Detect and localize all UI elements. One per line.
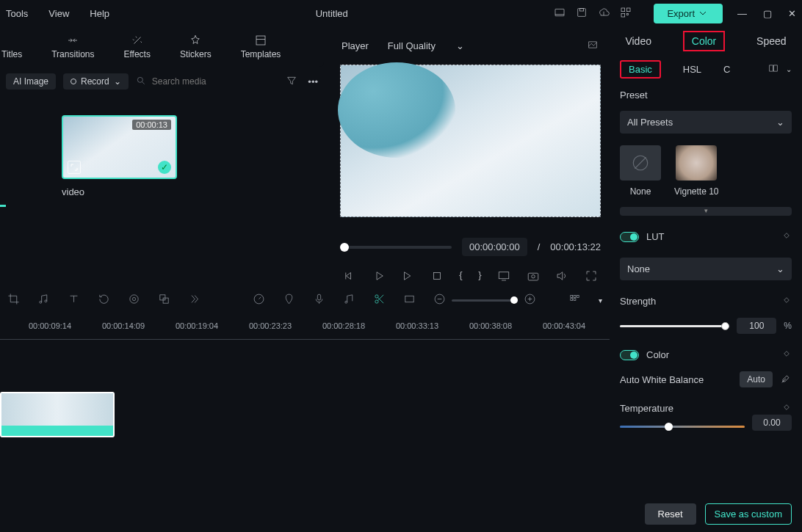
subtab-hsl[interactable]: HSL <box>683 64 701 75</box>
chevron-down-icon[interactable]: ▾ <box>599 296 602 305</box>
svg-point-11 <box>137 77 142 82</box>
media-bin: 00:00:13 ✓ video <box>0 96 324 285</box>
project-title: Untitled <box>109 8 554 19</box>
compare-icon[interactable] <box>767 63 780 76</box>
prev-frame-button[interactable] <box>343 269 356 285</box>
zoom-out-button[interactable] <box>433 293 446 307</box>
expand-icon[interactable] <box>68 161 81 174</box>
zoom-slider[interactable] <box>452 299 518 302</box>
fullscreen-button[interactable] <box>585 269 598 285</box>
mark-out-button[interactable]: } <box>478 269 481 285</box>
window-maximize[interactable]: ▢ <box>763 8 772 19</box>
temperature-keyframe-icon[interactable] <box>781 402 792 415</box>
menu-help[interactable]: Help <box>90 8 109 19</box>
svg-rect-8 <box>627 13 629 15</box>
lut-dropdown[interactable]: None⌄ <box>620 258 792 280</box>
preset-expander[interactable]: ▾ <box>620 207 792 216</box>
quality-select[interactable]: Full Quality⌄ <box>388 40 464 51</box>
mark-in-button[interactable]: { <box>459 269 462 285</box>
zoom-in-button[interactable] <box>524 293 536 307</box>
cloud-upload-icon[interactable] <box>598 7 610 21</box>
color-keyframe-icon[interactable] <box>781 349 792 361</box>
rotate-icon[interactable] <box>98 293 110 307</box>
video-preview[interactable] <box>340 65 601 217</box>
search-media-input[interactable] <box>152 76 262 87</box>
volume-button[interactable] <box>555 269 568 285</box>
media-clip-thumbnail[interactable]: 00:00:13 ✓ <box>62 115 177 179</box>
subtab-basic[interactable]: Basic <box>620 60 661 79</box>
filter-icon[interactable] <box>286 75 297 89</box>
display-mode-button[interactable] <box>497 269 510 285</box>
split-icon[interactable] <box>373 293 386 307</box>
beat-icon[interactable] <box>343 293 355 307</box>
tab-stickers[interactable]: Stickers <box>180 34 212 59</box>
svg-rect-49 <box>770 65 773 70</box>
lut-keyframe-icon[interactable] <box>781 230 792 243</box>
titlebar: Tools View Help Untitled Export — ▢ ✕ <box>0 0 802 26</box>
ai-image-button[interactable]: AI Image <box>6 73 56 90</box>
mask-icon[interactable] <box>128 293 140 307</box>
duration: 00:00:13:22 <box>550 241 601 252</box>
play-button[interactable] <box>372 269 386 285</box>
svg-rect-21 <box>528 273 538 280</box>
auto-button[interactable]: Auto <box>740 371 773 387</box>
snapshot-gallery-icon[interactable] <box>586 40 599 52</box>
svg-line-36 <box>377 297 383 303</box>
subtab-curves[interactable]: C <box>723 64 730 75</box>
save-custom-button[interactable]: Save as custom <box>705 503 792 525</box>
strength-slider[interactable] <box>620 325 729 327</box>
group-icon[interactable] <box>158 293 170 307</box>
window-close[interactable]: ✕ <box>788 8 796 19</box>
search-icon <box>136 76 146 88</box>
tab-effects[interactable]: Effects <box>123 34 150 59</box>
stop-button[interactable] <box>430 269 444 285</box>
save-icon[interactable] <box>576 7 588 21</box>
preset-dropdown[interactable]: All Presets⌄ <box>620 111 792 134</box>
export-button[interactable]: Export <box>654 4 723 23</box>
audio-tool-icon[interactable] <box>37 293 50 307</box>
svg-marker-17 <box>405 272 411 280</box>
window-minimize[interactable]: — <box>737 8 747 19</box>
timeline[interactable]: 00:00:09:14 00:00:14:09 00:00:19:04 00:0… <box>0 317 610 440</box>
tab-speed[interactable]: Speed <box>756 35 786 47</box>
marker-icon[interactable] <box>283 293 295 307</box>
temperature-slider[interactable] <box>620 426 745 428</box>
text-tool-icon[interactable] <box>68 293 80 307</box>
snapshot-button[interactable] <box>527 269 540 285</box>
eyedropper-icon[interactable] <box>780 373 792 387</box>
tab-transitions[interactable]: Transitions <box>51 34 94 59</box>
clip-label: video <box>62 186 315 197</box>
tab-video[interactable]: Video <box>625 35 651 47</box>
temperature-value[interactable]: 0.00 <box>752 415 792 431</box>
record-button[interactable]: Record⌄ <box>63 73 129 90</box>
qrcode-icon[interactable] <box>620 7 632 21</box>
chevron-down-icon[interactable]: ⌄ <box>786 65 792 73</box>
layout-icon[interactable] <box>554 7 566 21</box>
menu-view[interactable]: View <box>48 8 69 19</box>
preset-vignette[interactable]: Vignette 10 <box>674 145 719 197</box>
seek-slider[interactable] <box>340 246 452 249</box>
tab-color[interactable]: Color <box>683 31 725 51</box>
more-icon[interactable]: ••• <box>308 76 318 87</box>
clip-duration: 00:00:13 <box>132 120 171 130</box>
media-toolbar: AI Image Record⌄ ••• <box>0 67 324 96</box>
tab-templates[interactable]: Templates <box>241 34 281 59</box>
crop-icon[interactable] <box>7 293 20 307</box>
strength-keyframe-icon[interactable] <box>781 295 792 307</box>
microphone-icon[interactable] <box>313 293 325 307</box>
menu-tools[interactable]: Tools <box>6 8 28 19</box>
track-view-icon[interactable] <box>568 293 581 307</box>
lut-toggle[interactable] <box>620 232 639 242</box>
svg-point-26 <box>130 295 138 303</box>
speed-tool-icon[interactable] <box>253 293 265 307</box>
aspect-icon[interactable] <box>403 293 416 307</box>
color-toggle[interactable] <box>620 350 639 360</box>
timeline-clip[interactable] <box>0 392 115 437</box>
reset-button[interactable]: Reset <box>645 503 696 525</box>
tab-titles[interactable]: Titles <box>1 34 22 59</box>
play-all-button[interactable] <box>401 269 414 285</box>
timeline-ruler[interactable]: 00:00:09:14 00:00:14:09 00:00:19:04 00:0… <box>0 321 610 339</box>
preset-none[interactable]: None <box>620 145 661 197</box>
strength-value[interactable]: 100 <box>737 318 776 334</box>
overflow-icon[interactable] <box>188 293 201 307</box>
